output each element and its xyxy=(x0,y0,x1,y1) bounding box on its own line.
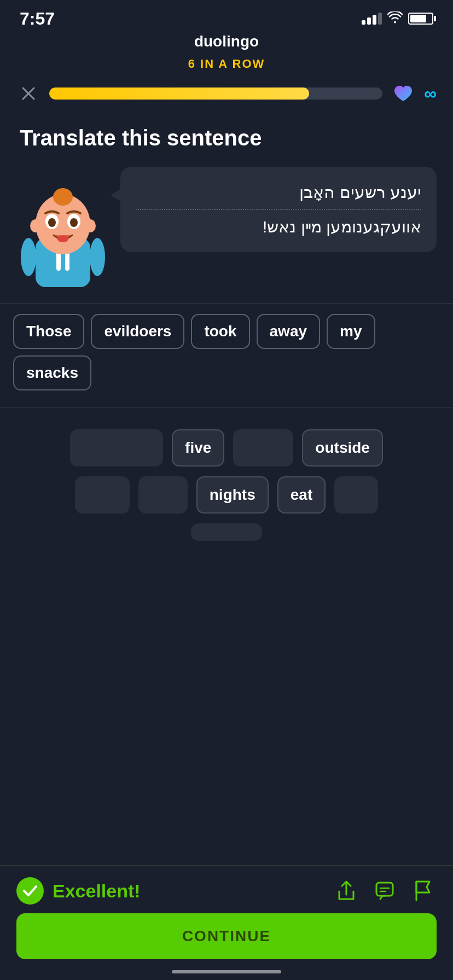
answer-chip-those[interactable]: Those xyxy=(13,314,84,349)
bank-chip-used-5 xyxy=(334,476,378,514)
character-avatar xyxy=(16,167,109,293)
bank-chip-outside[interactable]: outside xyxy=(302,429,383,466)
bank-chip-used-1 xyxy=(70,429,163,466)
progress-fill xyxy=(49,88,309,100)
svg-point-14 xyxy=(21,238,36,276)
nav-bar: ∞ xyxy=(0,74,453,113)
svg-point-7 xyxy=(48,218,56,227)
progress-bar xyxy=(49,88,382,100)
check-circle xyxy=(16,877,44,905)
close-button[interactable] xyxy=(16,81,40,106)
answer-row-2: snacks xyxy=(13,355,440,390)
streak-banner: 6 IN A ROW xyxy=(0,52,453,74)
bank-chip-used-2 xyxy=(233,429,293,466)
bank-chip-five[interactable]: five xyxy=(172,429,224,466)
word-bank: five outside nights eat xyxy=(0,407,453,567)
bank-chip-used-3 xyxy=(75,476,130,514)
answer-area: Those evildoers took away my snacks xyxy=(0,304,453,407)
status-icons xyxy=(362,10,433,27)
answer-chip-away[interactable]: away xyxy=(257,314,321,349)
comment-button[interactable] xyxy=(371,877,398,905)
answer-chip-my[interactable]: my xyxy=(327,314,375,349)
app-name: duolingo xyxy=(194,33,259,50)
battery-icon xyxy=(408,13,433,25)
svg-point-13 xyxy=(85,219,96,232)
bank-chip-used-4 xyxy=(138,476,188,514)
continue-button[interactable]: CONTINUE xyxy=(16,913,437,959)
answer-chip-took[interactable]: took xyxy=(191,314,249,349)
action-icons xyxy=(333,877,437,905)
word-bank-row-2: nights eat xyxy=(16,476,437,514)
svg-point-15 xyxy=(90,238,105,276)
word-bank-row-3 xyxy=(16,523,437,541)
answer-chip-snacks[interactable]: snacks xyxy=(13,355,91,390)
speech-line-2: אוועקגענומען מײן נאש! xyxy=(136,214,421,239)
speech-section: יענע רשעים האָבן אוועקגענומען מײן נאש! xyxy=(0,161,453,304)
svg-point-9 xyxy=(70,218,78,227)
wifi-icon xyxy=(387,10,403,27)
status-time: 7:57 xyxy=(20,9,55,29)
share-button[interactable] xyxy=(333,877,360,905)
infinity-icon: ∞ xyxy=(424,84,437,104)
bank-chip-nights[interactable]: nights xyxy=(196,476,269,514)
page-title: Translate this sentence xyxy=(0,113,453,161)
speech-line-1: יענע רשעים האָבן xyxy=(136,180,421,210)
word-bank-row-1: five outside xyxy=(16,429,437,466)
svg-rect-16 xyxy=(376,883,393,896)
heart-icon xyxy=(391,81,415,106)
home-indicator xyxy=(172,970,281,973)
status-bar: 7:57 xyxy=(0,0,453,33)
excellent-left: Excellent! xyxy=(16,877,141,905)
signal-icon xyxy=(362,13,382,25)
excellent-row: Excellent! xyxy=(16,877,437,905)
bottom-bar: Excellent! xyxy=(0,865,453,980)
svg-point-10 xyxy=(57,236,68,242)
answer-chip-evildoers[interactable]: evildoers xyxy=(91,314,184,349)
excellent-text: Excellent! xyxy=(53,880,141,902)
flag-button[interactable] xyxy=(409,877,437,905)
svg-point-11 xyxy=(53,188,73,206)
answer-row-1: Those evildoers took away my xyxy=(13,314,440,349)
bank-chip-eat[interactable]: eat xyxy=(277,476,326,514)
svg-point-12 xyxy=(30,219,41,232)
bank-chip-used-6 xyxy=(191,523,262,541)
speech-bubble: יענע רשעים האָבן אוועקגענומען מײן נאש! xyxy=(120,167,437,252)
